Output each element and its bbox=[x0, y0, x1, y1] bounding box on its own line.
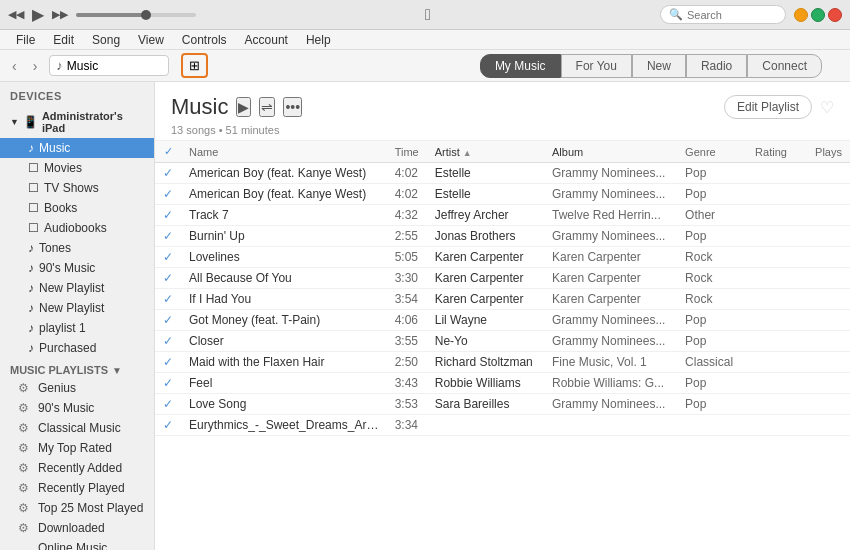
tab-for-you[interactable]: For You bbox=[561, 54, 632, 78]
nav-location[interactable]: ♪ Music bbox=[49, 55, 169, 76]
edit-playlist-button[interactable]: Edit Playlist bbox=[724, 95, 812, 119]
device-view-button[interactable]: ⊞ bbox=[185, 57, 204, 74]
tab-new[interactable]: New bbox=[632, 54, 686, 78]
song-check-6[interactable]: ✓ bbox=[155, 289, 181, 310]
song-artist-8: Ne-Yo bbox=[427, 331, 544, 352]
sidebar-item-books[interactable]: ☐ Books bbox=[0, 198, 154, 218]
table-row[interactable]: ✓ Lovelines 5:05 Karen Carpenter Karen C… bbox=[155, 247, 850, 268]
device-row[interactable]: ▼ 📱 Administrator's iPad bbox=[0, 106, 154, 138]
table-row[interactable]: ✓ Track 7 4:32 Jeffrey Archer Twelve Red… bbox=[155, 205, 850, 226]
song-check-3[interactable]: ✓ bbox=[155, 226, 181, 247]
song-check-8[interactable]: ✓ bbox=[155, 331, 181, 352]
playlist-downloaded[interactable]: ⚙ Downloaded bbox=[0, 518, 154, 538]
playlist-recently-added[interactable]: ⚙ Recently Added bbox=[0, 458, 154, 478]
heart-icon[interactable]: ♡ bbox=[820, 98, 834, 117]
col-plays[interactable]: Plays bbox=[807, 141, 850, 163]
table-row[interactable]: ✓ American Boy (feat. Kanye West) 4:02 E… bbox=[155, 163, 850, 184]
menu-controls[interactable]: Controls bbox=[174, 31, 235, 49]
content-more-button[interactable]: ••• bbox=[283, 97, 302, 117]
sidebar-item-music[interactable]: ♪ Music bbox=[0, 138, 154, 158]
playlist-online-music[interactable]: ⚙ Online Music Playlist bbox=[0, 538, 154, 550]
purchased-icon: ♪ bbox=[28, 341, 34, 355]
tab-radio[interactable]: Radio bbox=[686, 54, 747, 78]
tab-connect[interactable]: Connect bbox=[747, 54, 822, 78]
close-button[interactable] bbox=[828, 8, 842, 22]
menu-help[interactable]: Help bbox=[298, 31, 339, 49]
song-check-7[interactable]: ✓ bbox=[155, 310, 181, 331]
col-genre[interactable]: Genre bbox=[677, 141, 747, 163]
sidebar-item-90s[interactable]: ♪ 90's Music bbox=[0, 258, 154, 278]
col-rating[interactable]: Rating bbox=[747, 141, 807, 163]
playlist-recently-played[interactable]: ⚙ Recently Played bbox=[0, 478, 154, 498]
sidebar-item-movies[interactable]: ☐ Movies bbox=[0, 158, 154, 178]
song-time-11: 3:53 bbox=[387, 394, 427, 415]
song-time-10: 3:43 bbox=[387, 373, 427, 394]
device-name: Administrator's iPad bbox=[42, 110, 144, 134]
menu-account[interactable]: Account bbox=[237, 31, 296, 49]
table-row[interactable]: ✓ If I Had You 3:54 Karen Carpenter Kare… bbox=[155, 289, 850, 310]
sidebar-item-audiobooks[interactable]: ☐ Audiobooks bbox=[0, 218, 154, 238]
sidebar-item-playlist1[interactable]: ♪ playlist 1 bbox=[0, 318, 154, 338]
header-actions: Edit Playlist ♡ bbox=[724, 95, 834, 119]
song-time-12: 3:34 bbox=[387, 415, 427, 436]
search-input[interactable] bbox=[687, 9, 777, 21]
tab-my-music[interactable]: My Music bbox=[480, 54, 561, 78]
table-row[interactable]: ✓ Got Money (feat. T-Pain) 4:06 Lil Wayn… bbox=[155, 310, 850, 331]
song-check-2[interactable]: ✓ bbox=[155, 205, 181, 226]
song-check-1[interactable]: ✓ bbox=[155, 184, 181, 205]
song-table-container[interactable]: ✓ Name Time Artist ▲ Album Genre Rating … bbox=[155, 141, 850, 550]
song-check-4[interactable]: ✓ bbox=[155, 247, 181, 268]
playlist-classical[interactable]: ⚙ Classical Music bbox=[0, 418, 154, 438]
content-play-button[interactable]: ▶ bbox=[236, 97, 251, 117]
song-time-0: 4:02 bbox=[387, 163, 427, 184]
90s-icon: ♪ bbox=[28, 261, 34, 275]
song-check-12[interactable]: ✓ bbox=[155, 415, 181, 436]
search-box[interactable]: 🔍 bbox=[660, 5, 786, 24]
table-row[interactable]: ✓ Feel 3:43 Robbie Williams Robbie Willi… bbox=[155, 373, 850, 394]
col-check[interactable]: ✓ bbox=[155, 141, 181, 163]
progress-track[interactable] bbox=[76, 13, 196, 17]
table-row[interactable]: ✓ Closer 3:55 Ne-Yo Grammy Nominees... P… bbox=[155, 331, 850, 352]
song-check-5[interactable]: ✓ bbox=[155, 268, 181, 289]
content-shuffle-button[interactable]: ⇌ bbox=[259, 97, 275, 117]
playlist-top25[interactable]: ⚙ Top 25 Most Played bbox=[0, 498, 154, 518]
sidebar-item-newplaylist2[interactable]: ♪ New Playlist bbox=[0, 298, 154, 318]
sidebar-item-purchased[interactable]: ♪ Purchased bbox=[0, 338, 154, 358]
song-genre-9: Classical bbox=[677, 352, 747, 373]
song-check-10[interactable]: ✓ bbox=[155, 373, 181, 394]
playlists-header[interactable]: Music Playlists ▼ bbox=[0, 358, 154, 378]
col-name[interactable]: Name bbox=[181, 141, 387, 163]
gear-icon-genius: ⚙ bbox=[18, 381, 29, 395]
table-row[interactable]: ✓ American Boy (feat. Kanye West) 4:02 E… bbox=[155, 184, 850, 205]
song-check-11[interactable]: ✓ bbox=[155, 394, 181, 415]
playlist-90s[interactable]: ⚙ 90's Music bbox=[0, 398, 154, 418]
col-time[interactable]: Time bbox=[387, 141, 427, 163]
sidebar-item-newplaylist1[interactable]: ♪ New Playlist bbox=[0, 278, 154, 298]
table-row[interactable]: ✓ Burnin' Up 2:55 Jonas Brothers Grammy … bbox=[155, 226, 850, 247]
sidebar-item-tvshows[interactable]: ☐ TV Shows bbox=[0, 178, 154, 198]
song-artist-6: Karen Carpenter bbox=[427, 289, 544, 310]
table-row[interactable]: ✓ All Because Of You 3:30 Karen Carpente… bbox=[155, 268, 850, 289]
menu-edit[interactable]: Edit bbox=[45, 31, 82, 49]
col-artist[interactable]: Artist ▲ bbox=[427, 141, 544, 163]
forward-button[interactable]: ▶▶ bbox=[52, 8, 68, 21]
playlist-my-top-rated[interactable]: ⚙ My Top Rated bbox=[0, 438, 154, 458]
menu-file[interactable]: File bbox=[8, 31, 43, 49]
table-row[interactable]: ✓ Maid with the Flaxen Hair 2:50 Richard… bbox=[155, 352, 850, 373]
menu-song[interactable]: Song bbox=[84, 31, 128, 49]
menu-view[interactable]: View bbox=[130, 31, 172, 49]
table-row[interactable]: ✓ Love Song 3:53 Sara Bareilles Grammy N… bbox=[155, 394, 850, 415]
sidebar-item-tones[interactable]: ♪ Tones bbox=[0, 238, 154, 258]
playlist-genius[interactable]: ⚙ Genius bbox=[0, 378, 154, 398]
nav-forward[interactable]: › bbox=[29, 56, 42, 76]
minimize-button[interactable] bbox=[794, 8, 808, 22]
play-button[interactable]: ▶ bbox=[32, 5, 44, 24]
song-check-0[interactable]: ✓ bbox=[155, 163, 181, 184]
restore-button[interactable] bbox=[811, 8, 825, 22]
song-name-2: Track 7 bbox=[181, 205, 387, 226]
song-check-9[interactable]: ✓ bbox=[155, 352, 181, 373]
back-button[interactable]: ◀◀ bbox=[8, 8, 24, 21]
nav-back[interactable]: ‹ bbox=[8, 56, 21, 76]
table-row[interactable]: ✓ Eurythmics_-_Sweet_Dreams_Are... 3:34 bbox=[155, 415, 850, 436]
col-album[interactable]: Album bbox=[544, 141, 677, 163]
